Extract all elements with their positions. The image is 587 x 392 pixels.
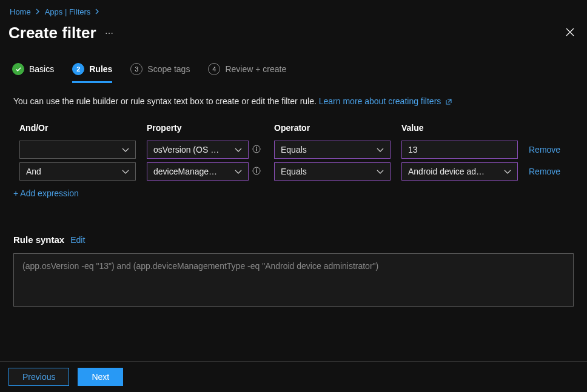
learn-more-label: Learn more about creating filters [319,96,441,106]
info-icon[interactable] [252,167,261,177]
description-body: You can use the rule builder or rule syn… [13,96,319,106]
property-value: osVersion (OS … [153,145,219,154]
property-value: deviceManage… [153,167,217,176]
property-select[interactable]: deviceManage… [147,162,249,181]
more-menu-button[interactable]: ⋯ [105,28,114,38]
andor-select[interactable] [19,141,136,159]
col-andor: And/Or [19,123,147,133]
chevron-down-icon [377,145,384,154]
title-bar: Create filter ⋯ [0,20,587,59]
wizard-footer: Previous Next [0,361,587,392]
rule-syntax-edit-button[interactable]: Edit [70,235,85,245]
col-property: Property [147,123,274,133]
step-4-badge: 4 [208,63,220,75]
chevron-down-icon [377,167,384,176]
value-select[interactable]: Android device ad… [401,162,518,181]
breadcrumb: Home Apps | Filters [0,0,587,20]
chevron-down-icon [122,145,129,154]
svg-point-1 [256,147,257,148]
col-value: Value [401,123,529,133]
property-select[interactable]: osVersion (OS … [147,141,249,159]
external-link-icon [445,98,452,107]
chevron-down-icon [235,145,242,154]
tab-rules-label: Rules [89,64,112,74]
add-expression-button[interactable]: + Add expression [0,182,587,204]
chevron-right-icon [36,8,40,16]
svg-rect-5 [256,170,257,173]
rule-row: And deviceManage… Equals Android device … [0,161,587,182]
learn-more-link[interactable]: Learn more about creating filters [319,96,452,106]
svg-point-4 [256,168,257,170]
value-text: Android device ad… [408,167,485,176]
rule-syntax-label: Rule syntax [13,234,64,245]
operator-value: Equals [281,145,307,154]
rule-syntax-textbox[interactable]: (app.osVersion -eq "13") and (app.device… [13,253,574,307]
operator-select[interactable]: Equals [274,141,391,159]
tab-basics[interactable]: Basics [12,63,54,83]
andor-select[interactable]: And [19,162,136,181]
svg-rect-2 [256,148,257,151]
breadcrumb-apps-filters[interactable]: Apps | Filters [45,7,91,16]
tab-basics-label: Basics [29,64,54,74]
chevron-down-icon [504,167,511,176]
value-input[interactable]: 13 [401,141,518,159]
next-button[interactable]: Next [78,368,123,386]
info-icon[interactable] [252,145,261,155]
rule-syntax-header: Rule syntax Edit [0,204,587,250]
tab-rules[interactable]: 2 Rules [72,63,112,83]
close-icon[interactable] [565,27,575,39]
rule-columns-header: And/Or Property Operator Value [0,118,587,139]
tab-scope-label: Scope tags [147,64,190,74]
chevron-down-icon [122,167,129,176]
breadcrumb-home[interactable]: Home [10,7,31,16]
chevron-down-icon [235,167,242,176]
col-operator: Operator [274,123,401,133]
previous-button[interactable]: Previous [8,368,69,386]
wizard-tabs: Basics 2 Rules 3 Scope tags 4 Review + c… [0,59,587,83]
step-3-badge: 3 [130,63,143,75]
tab-review-label: Review + create [225,64,286,74]
page-title: Create filter [8,24,96,42]
operator-value: Equals [281,167,307,176]
value-text: 13 [408,145,418,154]
step-2-badge: 2 [72,63,84,75]
remove-button[interactable]: Remove [529,145,577,154]
check-icon [12,63,24,75]
rule-row: osVersion (OS … Equals 13 Remove [0,139,587,161]
description-text: You can use the rule builder or rule syn… [0,83,587,118]
operator-select[interactable]: Equals [274,162,391,181]
remove-button[interactable]: Remove [529,167,577,176]
chevron-right-icon [95,8,99,16]
andor-value: And [26,167,41,176]
tab-review-create[interactable]: 4 Review + create [208,63,286,83]
tab-scope-tags[interactable]: 3 Scope tags [130,63,190,83]
